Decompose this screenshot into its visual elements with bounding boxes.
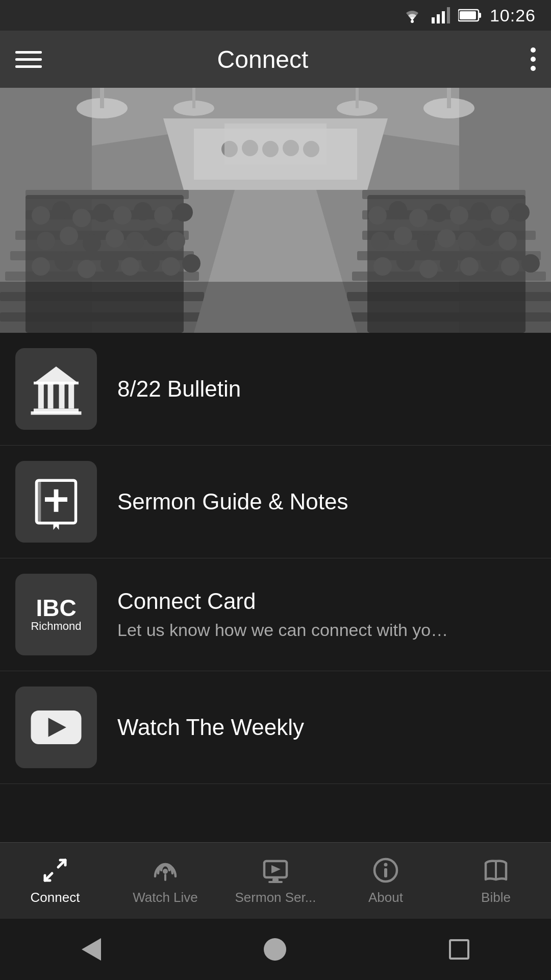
svg-point-50 — [121, 257, 139, 276]
nav-bible[interactable]: Bible — [441, 850, 551, 912]
back-button[interactable] — [82, 938, 101, 961]
svg-point-56 — [409, 209, 428, 227]
svg-point-71 — [419, 260, 438, 278]
svg-point-67 — [478, 228, 496, 246]
svg-rect-3 — [442, 11, 445, 23]
svg-point-69 — [373, 257, 392, 276]
svg-point-42 — [106, 229, 124, 248]
svg-point-44 — [146, 228, 165, 246]
svg-point-55 — [389, 201, 407, 219]
connect-card-list-item[interactable]: IBC Richmond Connect Card Let us know ho… — [0, 558, 551, 671]
watch-weekly-text-block: Watch The Weekly — [117, 714, 536, 741]
svg-rect-98 — [31, 411, 82, 415]
menu-button[interactable] — [15, 51, 42, 68]
svg-point-59 — [470, 202, 489, 220]
svg-point-41 — [83, 234, 101, 253]
svg-point-53 — [182, 254, 201, 273]
watch-live-nav-label: Watch Live — [133, 890, 198, 905]
svg-point-70 — [396, 252, 415, 271]
svg-point-61 — [511, 203, 530, 222]
sermon-list-item[interactable]: Sermon Guide & Notes — [0, 446, 551, 558]
svg-point-48 — [78, 260, 96, 278]
svg-rect-120 — [384, 868, 387, 877]
svg-point-66 — [458, 232, 476, 250]
svg-point-64 — [417, 234, 435, 253]
svg-point-36 — [134, 202, 152, 220]
svg-rect-6 — [479, 13, 481, 18]
watch-weekly-title: Watch The Weekly — [117, 714, 536, 741]
home-button[interactable] — [264, 938, 286, 961]
youtube-svg — [28, 707, 84, 748]
bulletin-icon — [15, 348, 97, 430]
svg-point-34 — [93, 204, 111, 222]
ibc-sub-text: Richmond — [31, 620, 81, 633]
recents-button[interactable] — [449, 939, 469, 960]
svg-point-63 — [394, 227, 412, 245]
svg-point-75 — [501, 257, 519, 276]
nav-watch-live[interactable]: Watch Live — [110, 850, 220, 912]
svg-rect-94 — [48, 383, 54, 409]
page-title: Connect — [62, 45, 463, 74]
connect-card-title: Connect Card — [117, 588, 536, 615]
nav-connect[interactable]: Connect — [0, 850, 110, 912]
sermon-icon — [15, 461, 97, 543]
svg-point-49 — [101, 255, 119, 273]
watch-weekly-list-item[interactable]: Watch The Weekly — [0, 671, 551, 784]
svg-rect-84 — [356, 88, 359, 108]
svg-rect-82 — [192, 88, 195, 108]
wifi-icon — [401, 7, 423, 23]
svg-point-38 — [174, 203, 193, 222]
watch-live-nav-icon — [151, 856, 180, 885]
svg-point-45 — [167, 232, 185, 250]
system-navigation-bar — [0, 919, 551, 980]
svg-rect-114 — [164, 874, 166, 881]
svg-point-47 — [55, 252, 73, 271]
svg-point-73 — [460, 257, 479, 276]
connect-nav-label: Connect — [31, 890, 80, 905]
svg-rect-100 — [37, 382, 45, 384]
status-time: 10:26 — [490, 6, 536, 26]
bible-svg — [28, 474, 84, 530]
nav-about[interactable]: About — [331, 850, 441, 912]
sermon-series-nav-label: Sermon Ser... — [235, 890, 316, 905]
svg-rect-91 — [0, 282, 551, 333]
weekly-icon — [15, 687, 97, 768]
svg-point-33 — [72, 209, 91, 227]
ibc-icon: IBC Richmond — [15, 574, 97, 655]
svg-point-57 — [430, 204, 448, 222]
svg-rect-90 — [224, 124, 327, 164]
list-container: 8/22 Bulletin Sermon Guide & Notes — [0, 333, 551, 784]
svg-rect-4 — [447, 7, 450, 23]
svg-point-46 — [32, 257, 50, 276]
signal-icon — [432, 7, 450, 23]
svg-point-39 — [37, 232, 55, 250]
svg-point-35 — [113, 206, 132, 225]
nav-sermon-series[interactable]: Sermon Ser... — [220, 850, 331, 912]
svg-point-43 — [126, 232, 144, 250]
svg-point-51 — [141, 253, 160, 272]
connect-card-text-block: Connect Card Let us know how we can conn… — [117, 588, 536, 642]
bulletin-list-item[interactable]: 8/22 Bulletin — [0, 333, 551, 446]
svg-point-52 — [162, 257, 180, 276]
svg-point-76 — [521, 254, 540, 273]
svg-point-74 — [481, 253, 499, 272]
svg-rect-103 — [67, 382, 75, 384]
bottom-navigation: Connect Watch Live Sermon — [0, 842, 551, 919]
bulletin-title: 8/22 Bulletin — [117, 376, 536, 403]
battery-icon — [458, 9, 482, 22]
svg-point-54 — [368, 206, 387, 225]
svg-rect-108 — [37, 480, 41, 523]
bible-nav-icon — [482, 856, 510, 885]
svg-rect-80 — [447, 88, 451, 108]
svg-point-60 — [491, 206, 509, 225]
more-options-button[interactable] — [531, 47, 536, 71]
sermon-series-nav-icon — [261, 856, 290, 885]
svg-point-32 — [52, 201, 70, 219]
svg-rect-78 — [100, 88, 104, 108]
sermon-title: Sermon Guide & Notes — [117, 488, 536, 516]
connect-nav-icon — [41, 856, 69, 885]
svg-rect-96 — [68, 383, 74, 409]
svg-point-37 — [154, 206, 172, 225]
svg-rect-1 — [432, 17, 435, 23]
svg-point-113 — [163, 869, 168, 874]
